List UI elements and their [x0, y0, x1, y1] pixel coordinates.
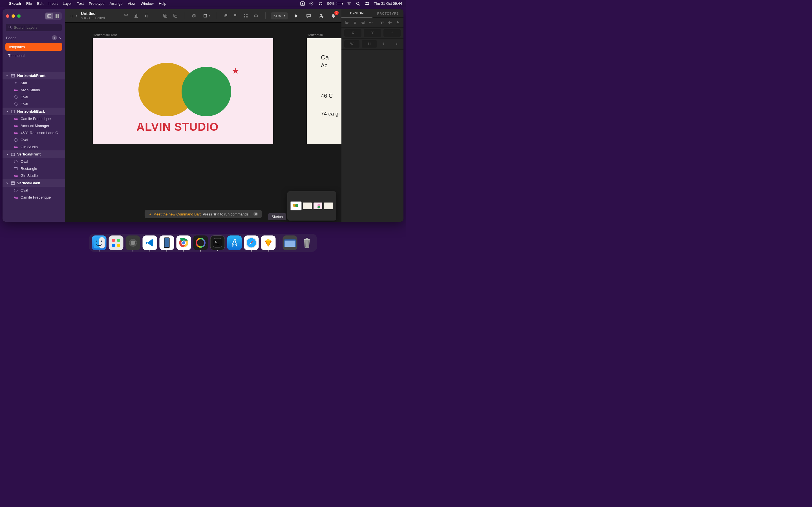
text-name[interactable]: Ca: [321, 54, 329, 61]
artboard-label[interactable]: Horizontal/Front: [93, 33, 117, 37]
notifications-button[interactable]: 2: [329, 12, 338, 20]
canvas[interactable]: Horizontal/Front ★ ALVIN STUDIO Horizont…: [65, 22, 342, 222]
app-menu[interactable]: Sketch: [9, 1, 21, 6]
artboard-horizontal-back[interactable]: Ca Ac 46 C 74 ca gi: [307, 38, 342, 144]
align-left-icon[interactable]: [344, 20, 350, 25]
minimize-button[interactable]: [11, 14, 15, 18]
text-contact[interactable]: 74 ca gi: [321, 110, 340, 117]
menu-help[interactable]: Help: [159, 1, 166, 6]
page-item-templates[interactable]: Templates: [5, 43, 62, 51]
artboard-navigator[interactable]: [287, 191, 336, 221]
dock-trash[interactable]: [300, 235, 314, 250]
menu-view[interactable]: View: [128, 1, 136, 6]
menu-file[interactable]: File: [26, 1, 32, 6]
layer-item[interactable]: AaCamile Frederique: [3, 115, 65, 122]
dock-chrome[interactable]: [176, 235, 191, 250]
layer-item[interactable]: AaCamile Frederique: [3, 194, 65, 201]
components-view-button[interactable]: [53, 13, 61, 19]
width-input[interactable]: W: [344, 40, 359, 48]
align-vcenter-icon[interactable]: [387, 20, 393, 25]
dock-safari[interactable]: [244, 235, 259, 250]
page-item-thumbnail[interactable]: Thumbnail: [5, 52, 62, 59]
align-hcenter-icon[interactable]: [352, 20, 358, 25]
collaborate-button[interactable]: [317, 12, 325, 20]
search-layers-input[interactable]: [6, 24, 62, 31]
nav-thumb-4[interactable]: [324, 203, 333, 209]
layer-item[interactable]: Oval: [3, 187, 65, 194]
clock[interactable]: Thu 31 Oct 09:44: [374, 1, 402, 6]
maximize-button[interactable]: [17, 14, 20, 18]
artboard-group[interactable]: Vertical/Front: [3, 151, 65, 158]
tab-design[interactable]: DESIGN: [342, 9, 372, 17]
scale-button[interactable]: ▾: [202, 12, 211, 20]
dock-color-app[interactable]: [193, 235, 208, 250]
insert-button[interactable]: ＋▾: [69, 12, 77, 20]
dock-vscode[interactable]: [143, 235, 157, 250]
tab-prototype[interactable]: PROTOTYPE: [372, 9, 403, 17]
layer-item[interactable]: Rectangle: [3, 165, 65, 172]
create-symbol-button[interactable]: [122, 12, 130, 20]
artboard-group[interactable]: Vertical/Back: [3, 179, 65, 187]
rotation-input[interactable]: °: [384, 29, 401, 37]
layer-item[interactable]: Aa4631 Robinson Lane C: [3, 129, 65, 136]
forward-button[interactable]: [221, 12, 230, 20]
add-page-button[interactable]: +: [52, 35, 57, 40]
menu-window[interactable]: Window: [141, 1, 154, 6]
artboard-horizontal-front[interactable]: ★ ALVIN STUDIO: [93, 38, 273, 144]
battery-status[interactable]: 56%: [327, 1, 342, 6]
flip-v-button[interactable]: [391, 40, 401, 48]
layer-item[interactable]: AaGin Studio: [3, 144, 65, 151]
status-check-icon[interactable]: [309, 1, 314, 6]
star-shape[interactable]: ★: [232, 66, 239, 76]
artboard-group[interactable]: Horizontal/Back: [3, 108, 65, 115]
subtract-button[interactable]: [171, 12, 180, 20]
spotlight-icon[interactable]: [356, 1, 360, 6]
menu-arrange[interactable]: Arrange: [110, 1, 123, 6]
brand-text[interactable]: ALVIN STUDIO: [137, 121, 218, 133]
layer-item[interactable]: AaAccount Manager: [3, 122, 65, 129]
zoom-control[interactable]: 61%▾: [271, 12, 288, 19]
dock-downloads[interactable]: [283, 235, 297, 250]
status-triangle-icon[interactable]: [300, 1, 305, 6]
dock-simulator[interactable]: [160, 235, 174, 250]
dock-settings[interactable]: [126, 235, 140, 250]
align-top-button[interactable]: [142, 12, 151, 20]
mask-button[interactable]: [190, 12, 199, 20]
menu-layer[interactable]: Layer: [63, 1, 72, 6]
y-input[interactable]: Y: [364, 29, 381, 37]
link-button[interactable]: [252, 12, 260, 20]
align-bottom-button[interactable]: [132, 12, 140, 20]
nav-thumb-1[interactable]: [291, 202, 301, 210]
align-bottom-icon[interactable]: [395, 20, 401, 25]
tidy-button[interactable]: [242, 12, 250, 20]
align-right-icon[interactable]: [360, 20, 366, 25]
dock-launchpad[interactable]: [109, 235, 123, 250]
layer-item[interactable]: ✦Star: [3, 79, 65, 87]
dock-terminal[interactable]: >_: [210, 235, 225, 250]
control-center-icon[interactable]: [365, 1, 369, 6]
nav-thumb-2[interactable]: [303, 203, 312, 209]
oval-green[interactable]: [182, 67, 231, 116]
x-input[interactable]: X: [344, 29, 361, 37]
text-addr[interactable]: 46 C: [321, 92, 333, 100]
layer-item[interactable]: AaGin Studio: [3, 172, 65, 179]
layer-item[interactable]: Oval: [3, 158, 65, 165]
status-headphones-icon[interactable]: [318, 1, 323, 6]
layer-item[interactable]: Oval: [3, 136, 65, 144]
comments-button[interactable]: [304, 12, 313, 20]
height-input[interactable]: H: [362, 40, 377, 48]
menu-prototype[interactable]: Prototype: [89, 1, 105, 6]
command-bar-tip[interactable]: ✦ Meet the new Command Bar: Press ⌘K to …: [145, 210, 262, 218]
dock-appstore[interactable]: [227, 235, 242, 250]
text-role[interactable]: Ac: [321, 62, 327, 69]
close-button[interactable]: [6, 14, 9, 18]
flip-h-button[interactable]: [379, 40, 389, 48]
close-tip-button[interactable]: ✕: [253, 212, 258, 216]
artboard-label-2[interactable]: Horizontal/: [307, 33, 323, 37]
backward-button[interactable]: [232, 12, 240, 20]
menu-text[interactable]: Text: [77, 1, 84, 6]
distribute-h-icon[interactable]: [368, 20, 373, 25]
union-button[interactable]: [161, 12, 169, 20]
collapse-pages-icon[interactable]: [59, 36, 62, 40]
wifi-icon[interactable]: [347, 1, 351, 6]
